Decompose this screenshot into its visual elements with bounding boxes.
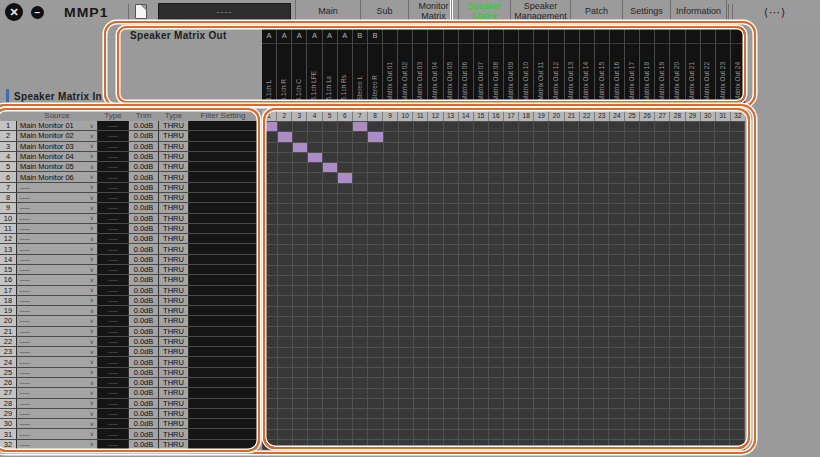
matrix-cell[interactable] [579,419,593,428]
matrix-cell[interactable] [579,184,593,193]
matrix-cell[interactable] [459,327,473,336]
matrix-cell[interactable] [609,419,623,428]
trim-field[interactable]: 0.0dB [129,440,158,449]
matrix-cell[interactable] [384,368,398,377]
matrix-cell[interactable] [429,235,443,244]
matrix-cell[interactable] [715,327,729,336]
matrix-cell[interactable] [293,378,307,387]
matrix-cell[interactable] [715,440,729,449]
matrix-cell[interactable] [293,194,307,203]
matrix-cell[interactable] [534,419,548,428]
matrix-cell[interactable] [444,348,458,357]
matrix-cell[interactable] [534,399,548,408]
matrix-cell[interactable] [519,184,533,193]
matrix-cell[interactable] [474,245,488,254]
type-field[interactable]: ---- [98,357,128,366]
matrix-cell[interactable] [625,132,639,141]
matrix-cell[interactable] [504,286,518,295]
matrix-cell[interactable] [700,368,714,377]
matrix-cell[interactable] [489,440,503,449]
matrix-cell[interactable] [399,245,413,254]
matrix-cell[interactable] [549,132,563,141]
trim-field[interactable]: 0.0dB [129,419,158,428]
matrix-cell[interactable] [338,235,352,244]
trim-field[interactable]: 0.0dB [129,183,158,192]
matrix-cell[interactable] [504,204,518,213]
matrix-cell[interactable] [263,245,277,254]
matrix-cell[interactable] [353,348,367,357]
matrix-cell[interactable] [655,163,669,172]
matrix-cell[interactable] [670,337,684,346]
matrix-cell[interactable] [715,255,729,264]
matrix-cell[interactable] [353,214,367,223]
matrix-cell[interactable] [263,276,277,285]
matrix-cell[interactable] [444,255,458,264]
matrix-cell[interactable] [609,348,623,357]
matrix-cell[interactable] [414,122,428,131]
filter-setting-field[interactable] [189,316,257,325]
matrix-cell[interactable] [459,266,473,275]
matrix-cell[interactable] [564,368,578,377]
matrix-cell[interactable] [504,266,518,275]
matrix-cell[interactable] [564,419,578,428]
matrix-cell[interactable] [700,389,714,398]
matrix-cell[interactable] [579,389,593,398]
matrix-cell[interactable] [414,163,428,172]
matrix-cell[interactable] [459,348,473,357]
matrix-cell[interactable] [414,409,428,418]
matrix-cell[interactable] [353,132,367,141]
matrix-cell[interactable] [609,143,623,152]
filter-type-field[interactable]: THRU [159,183,188,192]
matrix-cell[interactable] [715,307,729,316]
matrix-cell[interactable] [504,358,518,367]
matrix-cell[interactable] [278,153,292,162]
matrix-cell[interactable] [414,214,428,223]
matrix-cell[interactable] [338,399,352,408]
matrix-cell[interactable] [353,235,367,244]
tab-speaker-management[interactable]: Speaker Management [511,0,571,24]
matrix-cell[interactable] [685,440,699,449]
matrix-cell[interactable] [384,266,398,275]
source-select[interactable]: Main Monitor 06∨ [17,172,97,181]
matrix-cell[interactable] [293,153,307,162]
matrix-cell[interactable] [323,214,337,223]
matrix-cell[interactable] [519,204,533,213]
matrix-cell[interactable] [625,296,639,305]
matrix-cell[interactable] [399,337,413,346]
filter-type-field[interactable]: THRU [159,224,188,233]
matrix-cell[interactable] [625,235,639,244]
matrix-cell[interactable] [534,163,548,172]
matrix-cell[interactable] [384,173,398,182]
matrix-cell[interactable] [655,348,669,357]
matrix-cell[interactable] [293,235,307,244]
matrix-cell[interactable] [564,153,578,162]
matrix-cell[interactable] [459,317,473,326]
matrix-cell[interactable] [549,389,563,398]
matrix-cell[interactable] [278,337,292,346]
matrix-cell[interactable] [323,409,337,418]
matrix-cell[interactable] [609,399,623,408]
matrix-cell[interactable] [414,317,428,326]
matrix-cell[interactable] [700,132,714,141]
matrix-cell[interactable] [308,235,322,244]
matrix-cell[interactable] [293,296,307,305]
matrix-cell[interactable] [474,348,488,357]
matrix-cell[interactable] [640,214,654,223]
matrix-cell[interactable] [715,184,729,193]
filter-type-field[interactable]: THRU [159,275,188,284]
filter-type-field[interactable]: THRU [159,142,188,151]
matrix-cell[interactable] [655,378,669,387]
matrix-cell[interactable] [293,307,307,316]
matrix-cell[interactable] [715,317,729,326]
matrix-cell[interactable] [579,368,593,377]
matrix-cell[interactable] [444,153,458,162]
matrix-cell[interactable] [338,184,352,193]
matrix-cell[interactable] [278,307,292,316]
matrix-cell[interactable] [534,245,548,254]
matrix-cell[interactable] [700,194,714,203]
matrix-cell[interactable] [670,399,684,408]
matrix-cell[interactable] [700,430,714,439]
matrix-cell[interactable] [338,378,352,387]
trim-field[interactable]: 0.0dB [129,316,158,325]
matrix-cell[interactable] [655,255,669,264]
